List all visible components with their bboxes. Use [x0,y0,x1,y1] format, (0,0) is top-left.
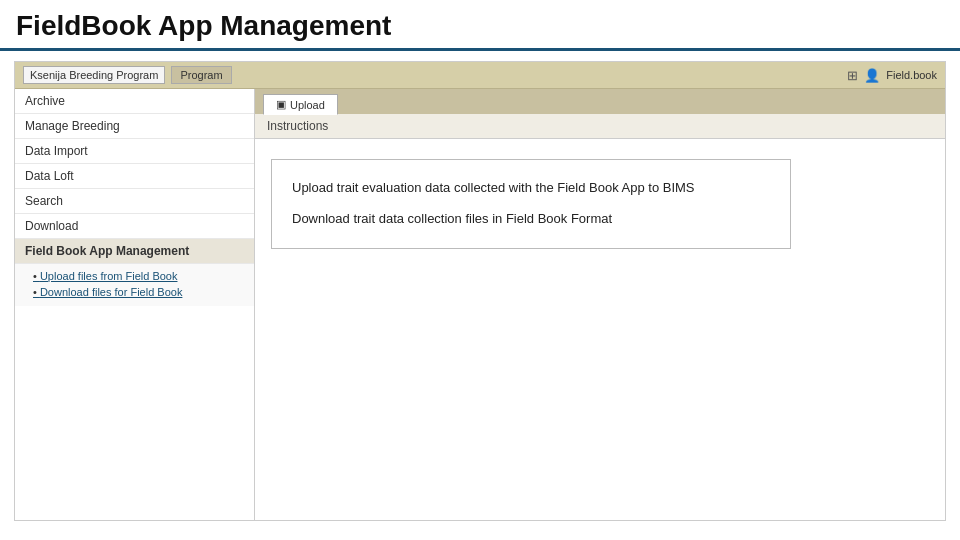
info-line-2: Download trait data collection files in … [292,209,770,230]
user-label: Field.book [886,69,937,81]
top-bar-right: ⊞ 👤 Field.book [847,68,937,83]
sidebar-item-data-loft[interactable]: Data Loft [15,164,254,189]
sidebar-item-search[interactable]: Search [15,189,254,214]
sidebar-item-fieldbook[interactable]: Field Book App Management [15,239,254,264]
tab-upload-icon: ▣ [276,98,286,111]
grid-icon[interactable]: ⊞ [847,68,858,83]
sidebar-item-archive[interactable]: Archive [15,89,254,114]
tab-upload-label: Upload [290,99,325,111]
top-bar: Ksenija Breeding Program Program ⊞ 👤 Fie… [15,62,945,89]
sidebar: Archive Manage Breeding Data Import Data… [15,89,255,520]
tab-upload[interactable]: ▣ Upload [263,94,338,115]
sidebar-item-download[interactable]: Download [15,214,254,239]
info-line-1: Upload trait evaluation data collected w… [292,178,770,199]
main-panel: ▣ Upload Instructions Upload trait evalu… [255,89,945,520]
instructions-label: Instructions [267,119,328,133]
app-container: Ksenija Breeding Program Program ⊞ 👤 Fie… [14,61,946,521]
user-icon[interactable]: 👤 [864,68,880,83]
sidebar-item-data-import[interactable]: Data Import [15,139,254,164]
program-selector[interactable]: Ksenija Breeding Program [23,66,165,84]
sidebar-subitem-upload[interactable]: Upload files from Field Book [33,268,244,284]
info-box: Upload trait evaluation data collected w… [271,159,791,249]
instructions-bar: Instructions [255,114,945,139]
tab-bar: ▣ Upload [255,89,945,114]
page-title: FieldBook App Management [16,10,944,42]
sidebar-subitem-download[interactable]: Download files for Field Book [33,284,244,300]
sidebar-subitems: Upload files from Field Book Download fi… [15,264,254,306]
sidebar-item-manage-breeding[interactable]: Manage Breeding [15,114,254,139]
content-area: Archive Manage Breeding Data Import Data… [15,89,945,520]
program-badge: Program [171,66,231,84]
info-content: Upload trait evaluation data collected w… [255,139,945,520]
page-header: FieldBook App Management [0,0,960,51]
